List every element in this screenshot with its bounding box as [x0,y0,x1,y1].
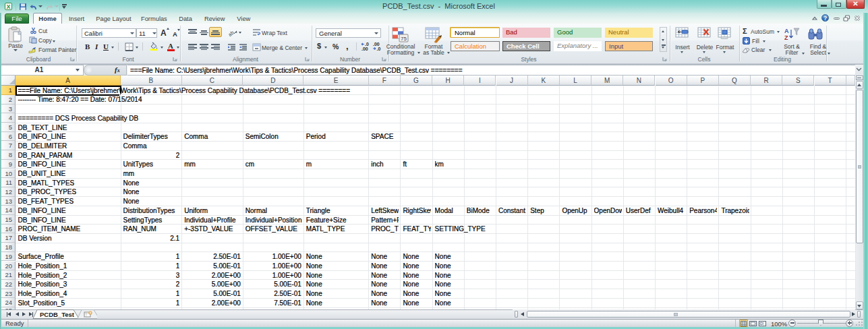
svg-text:.0: .0 [377,47,381,51]
svg-text:A: A [784,28,789,34]
svg-text:Z: Z [784,34,788,41]
svg-text:.00: .00 [361,47,368,51]
svg-text:75: 75 [401,36,407,42]
svg-text:ab: ab [227,30,235,37]
